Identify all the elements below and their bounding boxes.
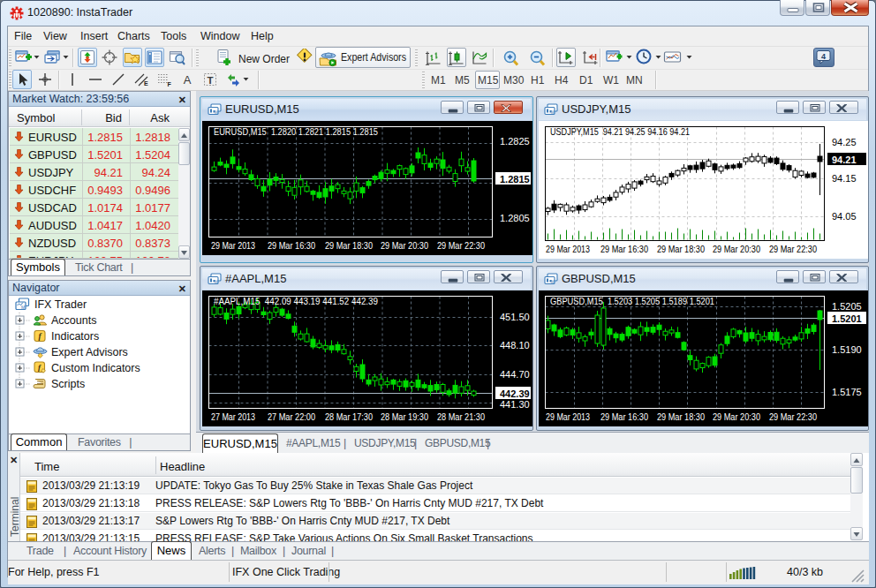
svg-text:M: M [551, 280, 555, 284]
svg-text:29 Mar 22:30: 29 Mar 22:30 [769, 244, 817, 254]
svg-text:29 Mar 22:30: 29 Mar 22:30 [769, 411, 817, 422]
svg-text:94.25: 94.25 [832, 137, 857, 147]
svg-text:29 Mar 16:30: 29 Mar 16:30 [600, 411, 648, 422]
svg-text:29 Mar 20:30: 29 Mar 20:30 [713, 244, 760, 254]
svg-text:28 Mar 21:30: 28 Mar 21:30 [437, 411, 485, 422]
svg-text:29 Mar 18:30: 29 Mar 18:30 [325, 240, 373, 251]
svg-text:29 Mar 18:30: 29 Mar 18:30 [657, 244, 705, 254]
svg-text:1.2805: 1.2805 [500, 213, 530, 223]
svg-text:27 Mar 22:00: 27 Mar 22:00 [268, 411, 315, 422]
svg-text:28 Mar 19:30: 28 Mar 19:30 [381, 411, 428, 422]
svg-text:M: M [21, 305, 25, 310]
svg-text:94.05: 94.05 [832, 211, 857, 222]
svg-text:29 Mar 2013: 29 Mar 2013 [546, 244, 590, 254]
svg-text:GBPUSD,M15 1.5203 1.5205 1.51: GBPUSD,M15 1.5203 1.5205 1.5189 1.5201 [550, 296, 714, 306]
svg-text:29 Mar 20:30: 29 Mar 20:30 [381, 240, 428, 251]
svg-text:A: A [184, 73, 192, 87]
svg-text:M: M [551, 110, 555, 115]
svg-text:F: F [168, 81, 172, 87]
svg-text:M: M [215, 280, 218, 284]
svg-text:441.30: 441.30 [500, 399, 530, 410]
svg-text:T: T [207, 75, 213, 86]
svg-text:29 Mar 20:30: 29 Mar 20:30 [713, 411, 760, 422]
svg-text:1.2815: 1.2815 [500, 174, 530, 185]
svg-text:EURUSD,M15 1.2820 1.2821 1.28: EURUSD,M15 1.2820 1.2821 1.2815 1.2815 [214, 126, 378, 137]
svg-text:E: E [144, 80, 148, 87]
svg-text:USDJPY,M15 94.21 94.25 94.16: USDJPY,M15 94.21 94.25 94.16 94.21 [550, 126, 690, 137]
svg-text:4: 4 [821, 52, 826, 61]
svg-text:448.10: 448.10 [500, 340, 530, 351]
svg-text:444.70: 444.70 [500, 369, 530, 380]
svg-text:Expert Advisors: Expert Advisors [341, 51, 406, 64]
svg-text:94.15: 94.15 [832, 173, 857, 184]
svg-text:1.5205: 1.5205 [832, 301, 862, 312]
svg-text:442.39: 442.39 [500, 388, 530, 399]
svg-text:29 Mar 2013: 29 Mar 2013 [546, 411, 590, 422]
svg-text:29 Mar 2013: 29 Mar 2013 [211, 240, 255, 251]
svg-text:27 Mar 2013: 27 Mar 2013 [211, 411, 255, 422]
svg-text:28 Mar 17:30: 28 Mar 17:30 [325, 411, 373, 422]
svg-text:1.5201: 1.5201 [832, 313, 862, 324]
svg-text:1.5175: 1.5175 [832, 387, 862, 397]
svg-text:94.21: 94.21 [832, 155, 857, 165]
svg-text:29 Mar 16:30: 29 Mar 16:30 [600, 244, 648, 254]
svg-text:29 Mar 22:30: 29 Mar 22:30 [437, 240, 485, 251]
svg-text:1.5190: 1.5190 [832, 344, 862, 355]
svg-text:#AAPL,M15 442.09 443.19 441.5: #AAPL,M15 442.09 443.19 441.52 442.39 [214, 296, 378, 306]
svg-text:29 Mar 18:30: 29 Mar 18:30 [657, 411, 705, 422]
svg-text:451.50: 451.50 [500, 312, 530, 322]
svg-text:M: M [215, 110, 218, 115]
svg-text:1.2825: 1.2825 [500, 136, 530, 147]
svg-text:29 Mar 16:30: 29 Mar 16:30 [268, 240, 315, 251]
